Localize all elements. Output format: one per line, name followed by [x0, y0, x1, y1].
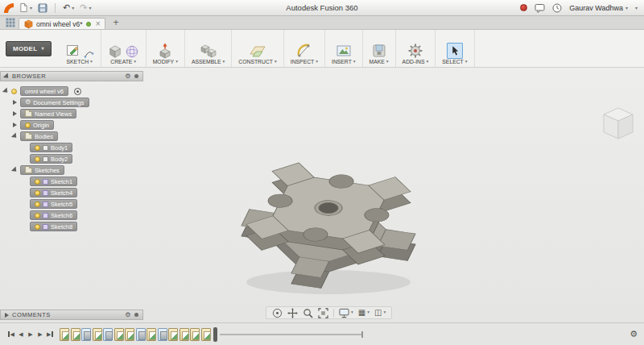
timeline-go-to-end-button[interactable]: ▶: [45, 329, 55, 340]
browser-item-body1[interactable]: Body1: [4, 142, 143, 153]
sketch-feature-icon[interactable]: [190, 328, 200, 341]
visibility-bulb-icon[interactable]: [35, 156, 40, 162]
browser-item-bodies[interactable]: Bodies: [4, 131, 143, 142]
help-menu[interactable]: ▾: [635, 6, 638, 10]
tab-close-button[interactable]: ×: [96, 20, 101, 28]
add-ins-gear-icon[interactable]: [407, 43, 423, 59]
sketch-feature-icon[interactable]: [93, 328, 102, 341]
view-cube[interactable]: [599, 105, 638, 143]
toolbar-group-assemble[interactable]: ASSEMBLE▾: [185, 30, 232, 67]
job-status-button[interactable]: [552, 3, 562, 13]
3d-print-icon[interactable]: [371, 43, 387, 59]
browser-item-sketch1[interactable]: Sketch1: [4, 176, 143, 187]
viewport-canvas[interactable]: BROWSER ⚙ omni wheel v6 ⚙Document Settin…: [0, 68, 644, 322]
extrude-feature-icon[interactable]: [136, 328, 146, 341]
workspace-switcher[interactable]: MODEL ▾: [6, 41, 52, 56]
toolbar-group-make[interactable]: MAKE▾: [363, 30, 396, 67]
viewports-button[interactable]: ◫ ▾: [374, 309, 386, 317]
save-button[interactable]: [38, 3, 47, 13]
sphere-icon[interactable]: [125, 44, 139, 59]
visibility-bulb-icon[interactable]: [35, 202, 40, 207]
toolbar-group-insert[interactable]: INSERT▾: [325, 30, 363, 67]
extrude-feature-icon[interactable]: [158, 328, 167, 341]
sketch-feature-icon[interactable]: [147, 328, 156, 341]
browser-item-document-settings[interactable]: ⚙Document Settings: [4, 97, 143, 108]
timeline-scrubber[interactable]: [213, 327, 217, 342]
toolbar-group-construct[interactable]: CONSTRUCT▾: [232, 30, 283, 67]
box-icon[interactable]: [108, 44, 122, 59]
panel-gear-icon[interactable]: ⚙: [125, 73, 131, 80]
omni-wheel-model[interactable]: [196, 143, 461, 313]
sketch-feature-icon[interactable]: [60, 328, 69, 341]
fit-view-button[interactable]: [318, 308, 328, 318]
comments-header[interactable]: COMMENTS ⚙: [0, 310, 143, 320]
sketch-feature-icon[interactable]: [71, 328, 80, 341]
expand-arrow-icon[interactable]: [11, 132, 19, 139]
browser-item-sketch5[interactable]: Sketch5: [4, 198, 143, 210]
visibility-bulb-icon[interactable]: [25, 123, 31, 128]
timeline-track[interactable]: [220, 334, 363, 335]
toolbar-group-modify[interactable]: MODIFY▾: [147, 30, 185, 67]
browser-item-body2[interactable]: Body2: [4, 153, 143, 164]
collapse-arrow-icon[interactable]: [5, 313, 9, 318]
timeline-step-back-button[interactable]: ◀: [16, 329, 26, 340]
expand-arrow-icon[interactable]: [13, 123, 17, 127]
panel-pin-icon[interactable]: [134, 313, 138, 317]
browser-item-named-views[interactable]: Named Views: [4, 108, 143, 119]
toolbar-group-inspect[interactable]: INSPECT▾: [284, 30, 325, 67]
toolbar-group-select[interactable]: SELECT▾: [436, 30, 474, 67]
sketch-feature-icon[interactable]: [125, 328, 134, 341]
fusion-logo-icon[interactable]: [3, 2, 14, 14]
select-cursor-icon[interactable]: [447, 43, 463, 59]
sketch-feature-icon[interactable]: [114, 328, 124, 341]
user-menu[interactable]: Gaurav Wadhwa ▾: [569, 4, 628, 12]
panel-pin-icon[interactable]: [134, 74, 138, 78]
browser-header[interactable]: BROWSER ⚙: [0, 71, 143, 81]
panel-gear-icon[interactable]: ⚙: [125, 312, 131, 318]
expand-arrow-icon[interactable]: [13, 100, 17, 105]
orbit-button[interactable]: [272, 308, 283, 318]
visibility-bulb-icon[interactable]: [11, 89, 17, 94]
assemble-icon[interactable]: [200, 43, 217, 59]
grid-settings-button[interactable]: ▦ ▾: [358, 309, 369, 317]
sketch-feature-icon[interactable]: [201, 328, 211, 341]
visibility-bulb-icon[interactable]: [35, 190, 40, 196]
toolbar-group-sketch[interactable]: SKETCH▾: [59, 30, 101, 67]
visibility-bulb-icon[interactable]: [35, 179, 40, 185]
redo-button[interactable]: ↷ ▾: [80, 3, 91, 12]
measure-icon[interactable]: [296, 43, 312, 59]
visibility-bulb-icon[interactable]: [35, 213, 40, 218]
pan-button[interactable]: [287, 308, 298, 318]
browser-root-item[interactable]: omni wheel v6: [4, 85, 143, 97]
browser-item-sketches[interactable]: Sketches: [4, 164, 143, 176]
browser-item-sketch4[interactable]: Sketch4: [4, 187, 143, 198]
sketch-feature-icon[interactable]: [180, 328, 189, 341]
browser-item-origin[interactable]: Origin: [4, 119, 143, 131]
visibility-bulb-icon[interactable]: [35, 224, 40, 230]
toolbar-group-create[interactable]: CREATE▾: [101, 30, 147, 67]
expand-arrow-icon[interactable]: [11, 166, 19, 173]
browser-item-sketch6[interactable]: Sketch6: [4, 210, 143, 221]
collapse-arrow-icon[interactable]: [3, 73, 10, 80]
data-panel-toggle[interactable]: [2, 16, 19, 29]
insert-image-icon[interactable]: [336, 43, 352, 59]
expand-arrow-icon[interactable]: [13, 111, 17, 116]
sketch-feature-icon[interactable]: [168, 328, 178, 341]
timeline-step-forward-button[interactable]: ▶: [35, 329, 45, 340]
timeline-go-to-start-button[interactable]: ◀: [6, 329, 16, 340]
new-document-button[interactable]: ▾: [19, 2, 32, 13]
press-pull-icon[interactable]: [157, 43, 173, 59]
timeline-settings-gear-icon[interactable]: ⚙: [630, 330, 638, 339]
sketch-tool-icon[interactable]: [84, 48, 94, 59]
extrude-feature-icon[interactable]: [103, 328, 113, 341]
extrude-feature-icon[interactable]: [81, 328, 91, 341]
browser-item-sketch8[interactable]: Sketch8: [4, 221, 143, 232]
document-tab[interactable]: omni wheel v6* ×: [19, 18, 105, 29]
zoom-button[interactable]: [303, 308, 313, 318]
expand-arrow-icon[interactable]: [2, 87, 10, 94]
timeline-play-button[interactable]: ▶: [26, 329, 35, 340]
record-button[interactable]: [520, 4, 527, 11]
comments-button[interactable]: [535, 3, 545, 13]
construct-plane-icon[interactable]: [250, 43, 266, 59]
display-settings-button[interactable]: ▾: [339, 308, 353, 318]
